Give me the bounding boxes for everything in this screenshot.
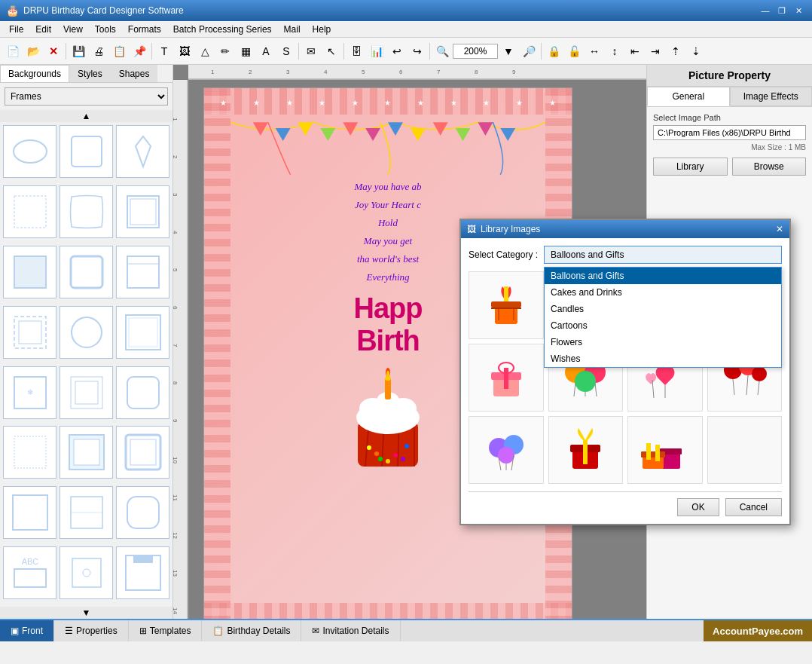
menu-tools[interactable]: Tools xyxy=(89,23,122,36)
frame-select[interactable]: Frames xyxy=(5,87,168,106)
tb-undo[interactable]: ↩ xyxy=(387,41,407,61)
tb-db1[interactable]: 🗄 xyxy=(346,41,366,61)
menu-batch[interactable]: Batch Processing Series xyxy=(167,23,278,36)
scroll-up-arrow[interactable]: ▲ xyxy=(0,110,172,122)
tb-wordart[interactable]: A xyxy=(256,41,276,61)
frame-item[interactable] xyxy=(116,366,169,419)
tab-image-effects[interactable]: Image Effects xyxy=(730,87,813,106)
frame-item[interactable] xyxy=(60,486,113,539)
tb-text[interactable]: T xyxy=(154,41,174,61)
cat-option-cartoons[interactable]: Cartoons xyxy=(545,317,781,334)
tb-new[interactable]: 📄 xyxy=(3,41,23,61)
frame-item[interactable] xyxy=(3,426,56,479)
frame-item[interactable]: ABC xyxy=(3,546,56,599)
frame-item[interactable] xyxy=(60,366,113,419)
frame-item[interactable] xyxy=(60,125,113,178)
tb-shape[interactable]: △ xyxy=(195,41,215,61)
menu-edit[interactable]: Edit xyxy=(29,23,57,36)
frame-item[interactable] xyxy=(3,246,56,298)
tb-align-u[interactable]: ⇡ xyxy=(666,41,685,61)
tb-image[interactable]: 🖼 xyxy=(175,41,194,61)
tb-line[interactable]: ✏ xyxy=(215,41,235,61)
frame-item[interactable] xyxy=(3,306,56,359)
tb-redo[interactable]: ↪ xyxy=(408,41,427,61)
tb-db2[interactable]: 📊 xyxy=(367,41,386,61)
lib-image-1[interactable] xyxy=(469,271,544,339)
menu-mail[interactable]: Mail xyxy=(278,23,307,36)
frame-item[interactable]: ❄ xyxy=(3,366,56,419)
zoom-input[interactable]: 200% xyxy=(453,44,498,59)
tb-lock2[interactable]: 🔓 xyxy=(564,41,584,61)
frame-item[interactable] xyxy=(60,546,113,599)
tab-front-label: Front xyxy=(22,626,43,636)
tb-save[interactable]: 💾 xyxy=(69,41,88,61)
tb-lock[interactable]: 🔒 xyxy=(544,41,563,61)
tb-close[interactable]: ✕ xyxy=(44,41,63,61)
frame-item[interactable] xyxy=(116,185,169,238)
lib-image-5[interactable] xyxy=(469,344,544,412)
frame-item[interactable] xyxy=(116,246,169,298)
tb-select[interactable]: ↖ xyxy=(322,41,341,61)
frame-item[interactable] xyxy=(116,125,169,178)
scroll-down-arrow[interactable]: ▼ xyxy=(0,607,172,619)
frame-item[interactable] xyxy=(116,546,169,599)
frame-item[interactable] xyxy=(60,246,113,298)
close-button[interactable]: ✕ xyxy=(791,3,806,18)
lib-image-empty[interactable] xyxy=(707,416,783,484)
tb-align-r[interactable]: ⇥ xyxy=(646,41,665,61)
menu-formats[interactable]: Formats xyxy=(122,23,167,36)
restore-button[interactable]: ❐ xyxy=(774,3,789,18)
frame-item[interactable] xyxy=(60,306,113,359)
frame-item[interactable] xyxy=(3,125,56,178)
tb-open[interactable]: 📂 xyxy=(23,41,43,61)
tb-print[interactable]: 🖨 xyxy=(89,41,108,61)
library-cancel-button[interactable]: Cancel xyxy=(725,498,782,516)
lib-image-10[interactable] xyxy=(548,416,624,484)
frame-item[interactable] xyxy=(60,426,113,479)
frame-item[interactable] xyxy=(116,486,169,539)
cat-option-flowers[interactable]: Flowers xyxy=(545,334,781,350)
tb-align-d[interactable]: ⇣ xyxy=(686,41,706,61)
tab-styles[interactable]: Styles xyxy=(69,65,111,82)
tb-paste[interactable]: 📌 xyxy=(130,41,149,61)
tab-properties[interactable]: ☰ Properties xyxy=(54,620,129,641)
library-close-button[interactable]: ✕ xyxy=(776,224,783,234)
tb-zoom-in[interactable]: 🔍 xyxy=(432,41,452,61)
tb-flip-h[interactable]: ↔ xyxy=(585,41,604,61)
tab-backgrounds[interactable]: Backgrounds xyxy=(0,65,69,82)
cat-option-cakes[interactable]: Cakes and Drinks xyxy=(545,284,781,301)
tb-copy[interactable]: 📋 xyxy=(109,41,129,61)
lib-image-9[interactable] xyxy=(469,416,544,484)
library-ok-button[interactable]: OK xyxy=(677,498,719,516)
menu-view[interactable]: View xyxy=(57,23,89,36)
tb-email[interactable]: ✉ xyxy=(301,41,321,61)
tb-flip-v[interactable]: ↕ xyxy=(605,41,624,61)
lib-image-11[interactable] xyxy=(627,416,703,484)
cat-option-candles[interactable]: Candles xyxy=(545,301,781,317)
library-button[interactable]: Library xyxy=(653,158,728,176)
frame-item[interactable] xyxy=(116,306,169,359)
tab-templates[interactable]: ⊞ Templates xyxy=(129,620,203,641)
svg-text:7: 7 xyxy=(437,69,441,75)
tab-general[interactable]: General xyxy=(647,87,730,106)
tab-shapes[interactable]: Shapes xyxy=(111,65,158,82)
menu-help[interactable]: Help xyxy=(307,23,337,36)
tb-barcode[interactable]: ▦ xyxy=(236,41,255,61)
cat-option-wishes[interactable]: Wishes xyxy=(545,350,781,367)
tb-zoom-out[interactable]: 🔎 xyxy=(519,41,539,61)
frame-item[interactable] xyxy=(60,185,113,238)
minimize-button[interactable]: — xyxy=(758,3,773,18)
tab-front[interactable]: ▣ Front xyxy=(0,620,54,641)
tab-invitation-details[interactable]: ✉ Invitation Details xyxy=(301,620,400,641)
frame-item[interactable] xyxy=(116,426,169,479)
tb-align-l[interactable]: ⇤ xyxy=(625,41,645,61)
browse-button[interactable]: Browse xyxy=(732,158,807,176)
category-select[interactable]: Balloons and Gifts Cakes and Drinks Cand… xyxy=(544,246,782,264)
frame-item[interactable] xyxy=(3,185,56,238)
tb-signature[interactable]: S xyxy=(276,41,296,61)
menu-file[interactable]: File xyxy=(3,23,29,36)
frame-item[interactable] xyxy=(3,486,56,539)
tb-zoom-dropdown[interactable]: ▼ xyxy=(499,41,518,61)
cat-option-balloons[interactable]: Balloons and Gifts xyxy=(545,268,781,284)
tab-birthday-details[interactable]: 📋 Birthday Details xyxy=(202,620,301,641)
